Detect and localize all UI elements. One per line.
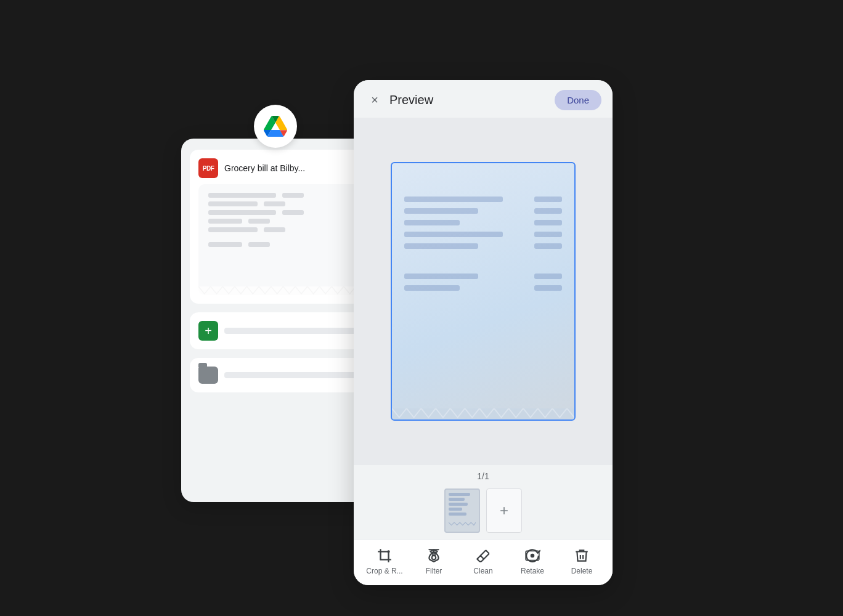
- clean-tool-button[interactable]: Clean: [465, 547, 502, 575]
- svg-line-8: [484, 554, 489, 559]
- thumbnails-row: +: [354, 485, 613, 539]
- svg-rect-2: [381, 552, 389, 560]
- scan-document: [391, 162, 576, 421]
- drive-logo-icon: [264, 115, 287, 138]
- page-counter: 1/1: [354, 465, 613, 485]
- thumb-zigzag-icon: [449, 522, 476, 526]
- scan-zigzag-icon: [392, 408, 574, 419]
- preview-content: [354, 118, 613, 465]
- clean-tool-label: Clean: [473, 567, 492, 575]
- crop-tool-button[interactable]: Crop & R...: [366, 547, 403, 575]
- drive-icon-circle: [254, 105, 297, 148]
- filter-tool-label: Filter: [426, 567, 442, 575]
- preview-title: Preview: [389, 93, 555, 107]
- close-button[interactable]: ×: [365, 91, 385, 110]
- preview-header: × Preview Done: [354, 80, 613, 118]
- scene: PDF Grocery bill at Bilby... ⋮: [144, 43, 699, 573]
- filter-icon: [425, 547, 442, 564]
- plus-icon: +: [198, 321, 218, 341]
- add-page-button[interactable]: +: [486, 488, 522, 533]
- thumbnail-1[interactable]: [444, 488, 480, 533]
- crop-icon: [376, 547, 393, 564]
- pdf-icon: PDF: [198, 158, 218, 178]
- svg-point-10: [531, 554, 535, 558]
- svg-point-3: [387, 550, 389, 553]
- preview-card: × Preview Done: [354, 80, 613, 585]
- crop-tool-label: Crop & R...: [366, 567, 402, 575]
- retake-icon: [524, 547, 541, 564]
- svg-rect-1: [392, 408, 574, 419]
- delete-tool-label: Delete: [571, 567, 593, 575]
- delete-tool-button[interactable]: Delete: [563, 547, 600, 575]
- done-button[interactable]: Done: [555, 90, 601, 110]
- folder-icon: [198, 367, 218, 384]
- svg-point-4: [432, 556, 436, 560]
- svg-line-7: [481, 550, 486, 556]
- retake-tool-button[interactable]: Retake: [514, 547, 551, 575]
- svg-line-9: [486, 550, 489, 553]
- filter-tool-button[interactable]: Filter: [415, 547, 452, 575]
- bottom-toolbar: Crop & R... Filter: [354, 539, 613, 585]
- delete-icon: [573, 547, 590, 564]
- clean-icon: [474, 547, 492, 564]
- retake-tool-label: Retake: [521, 567, 544, 575]
